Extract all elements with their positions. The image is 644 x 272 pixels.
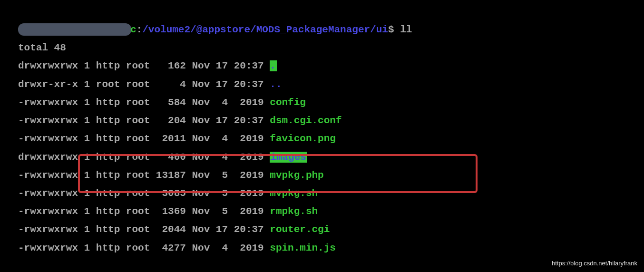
file-name-exec: mvpkg.php bbox=[270, 170, 323, 181]
host-suffix: c bbox=[130, 24, 137, 35]
file-meta: -rwxrwxrwx 1 http root 13187 Nov 5 2019 bbox=[18, 170, 270, 181]
file-meta: drwxr-xr-x 1 root root 4 Nov 17 20:37 bbox=[18, 79, 270, 90]
colon: : bbox=[137, 24, 143, 35]
file-meta: -rwxrwxrwx 1 http root 3085 Nov 5 2019 bbox=[18, 188, 270, 199]
file-name-exec: rmpkg.sh bbox=[270, 206, 318, 217]
file-meta: -rwxrwxrwx 1 http root 2044 Nov 17 20:37 bbox=[18, 224, 270, 235]
listing-row: -rwxrwxrwx 1 http root 204 Nov 17 20:37 … bbox=[18, 112, 626, 130]
file-meta: -rwxrwxrwx 1 http root 4277 Nov 4 2019 bbox=[18, 243, 270, 253]
file-meta: -rwxrwxrwx 1 http root 204 Nov 17 20:37 bbox=[18, 115, 270, 126]
listing-rows: drwxrwxrwx 1 http root 162 Nov 17 20:37 … bbox=[18, 57, 626, 257]
file-meta: drwxrwxrwx 1 http root 162 Nov 17 20:37 bbox=[18, 60, 270, 71]
file-meta: drwxrwxrwx 1 http root 400 Nov 4 2019 bbox=[18, 152, 270, 163]
total-line: total 48 bbox=[18, 39, 626, 57]
listing-row: -rwxrwxrwx 1 http root 2011 Nov 4 2019 f… bbox=[18, 130, 626, 148]
command-text: ll bbox=[400, 24, 412, 35]
file-name-exec: dsm.cgi.conf bbox=[270, 115, 342, 126]
file-meta: -rwxrwxrwx 1 http root 1369 Nov 5 2019 bbox=[18, 206, 270, 217]
file-name-dir: .. bbox=[270, 79, 282, 90]
listing-row: -rwxrwxrwx 1 http root 1369 Nov 5 2019 r… bbox=[18, 203, 626, 221]
watermark-text: https://blog.csdn.net/hilaryfrank bbox=[552, 258, 637, 269]
listing-row: -rwxrwxrwx 1 http root 584 Nov 4 2019 co… bbox=[18, 94, 626, 112]
file-name-dir: images bbox=[270, 152, 307, 163]
listing-row: drwxrwxrwx 1 http root 162 Nov 17 20:37 … bbox=[18, 57, 626, 75]
listing-row: drwxr-xr-x 1 root root 4 Nov 17 20:37 .. bbox=[18, 76, 626, 94]
file-name-exec: router.cgi bbox=[270, 224, 330, 235]
prompt-line: c:/volume2/@appstore/MODS_PackageManager… bbox=[18, 21, 626, 39]
prompt-symbol: $ bbox=[388, 24, 394, 35]
file-meta: -rwxrwxrwx 1 http root 584 Nov 4 2019 bbox=[18, 97, 270, 108]
file-name-exec: mvpkg.sh bbox=[270, 188, 318, 199]
listing-row: -rwxrwxrwx 1 http root 3085 Nov 5 2019 m… bbox=[18, 185, 626, 203]
listing-row: -rwxrwxrwx 1 http root 13187 Nov 5 2019 … bbox=[18, 166, 626, 185]
listing-row: drwxrwxrwx 1 http root 400 Nov 4 2019 im… bbox=[18, 148, 626, 166]
file-name-exec: spin.min.js bbox=[270, 243, 336, 253]
file-name-exec: config bbox=[270, 97, 306, 108]
file-name-exec: favicon.png bbox=[270, 133, 336, 144]
file-meta: -rwxrwxrwx 1 http root 2011 Nov 4 2019 bbox=[18, 133, 270, 144]
listing-row: -rwxrwxrwx 1 http root 4277 Nov 4 2019 s… bbox=[18, 239, 626, 257]
redacted-user-host bbox=[18, 23, 131, 36]
cwd-path: /volume2/@appstore/MODS_PackageManager/u… bbox=[142, 24, 388, 35]
file-name-dir: . bbox=[270, 60, 277, 71]
terminal-output[interactable]: c:/volume2/@appstore/MODS_PackageManager… bbox=[18, 21, 626, 257]
listing-row: -rwxrwxrwx 1 http root 2044 Nov 17 20:37… bbox=[18, 221, 626, 239]
